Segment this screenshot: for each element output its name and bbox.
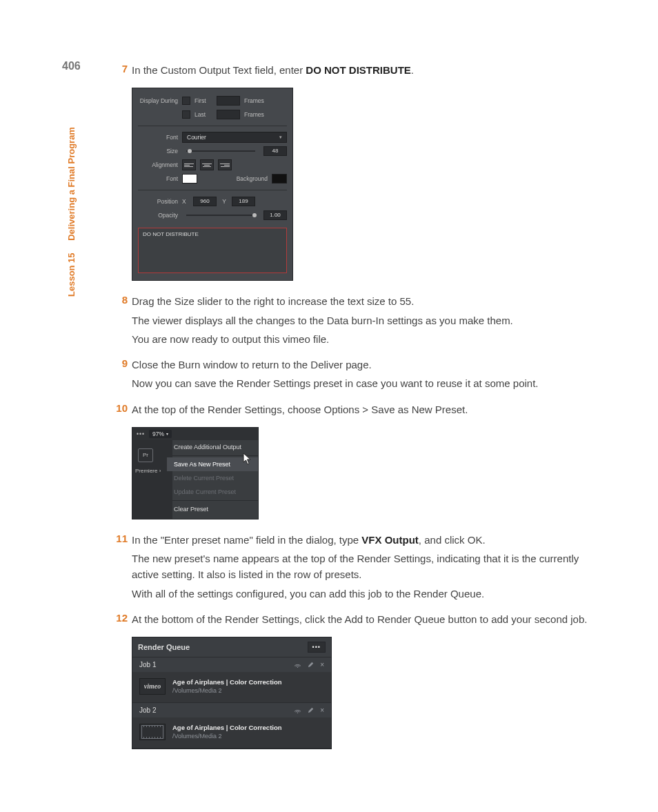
- last-label: Last: [195, 111, 212, 118]
- job-path: /Volumes/Media 2: [172, 732, 282, 741]
- frames-label: Frames: [244, 97, 264, 104]
- position-x-input[interactable]: 960: [193, 197, 217, 206]
- opacity-slider[interactable]: [186, 215, 255, 216]
- step-text: The viewer displays all the changes to t…: [132, 313, 596, 328]
- step-12: 12 At the bottom of the Render Settings,…: [107, 611, 596, 630]
- last-frames-input[interactable]: [217, 110, 240, 119]
- lesson-number: Lesson 15: [66, 252, 77, 297]
- font-color-label: Font: [138, 175, 178, 182]
- job-thumbnail: [139, 724, 166, 740]
- step-9: 9 Close the Burn window to return to the…: [107, 357, 596, 395]
- menu-update-current-preset: Update Current Preset: [167, 485, 258, 499]
- render-queue-options-button[interactable]: •••: [308, 642, 326, 653]
- first-label: First: [195, 97, 212, 104]
- page-number: 406: [62, 60, 81, 72]
- step-text: In the Custom Output Text field, enter D…: [132, 62, 596, 78]
- menu-create-additional-output[interactable]: Create Additional Output: [167, 440, 258, 454]
- custom-output-text-field[interactable]: DO NOT DISTRIBUTE: [138, 228, 287, 273]
- font-label: Font: [138, 134, 178, 141]
- chevron-down-icon: ▾: [279, 132, 282, 142]
- job-title: Age of Airplanes | Color Correction: [172, 677, 282, 686]
- options-menu-panel: ••• 97% ▾ Pr Premiere › Create Additiona…: [132, 427, 259, 519]
- svg-point-0: [297, 666, 298, 667]
- side-running-head: Lesson 15 Delivering a Final Program: [66, 127, 77, 297]
- background-color-swatch[interactable]: [272, 174, 287, 184]
- size-slider[interactable]: [186, 150, 255, 152]
- vimeo-logo: vimeo: [144, 682, 161, 690]
- job-thumbnail: vimeo: [139, 678, 166, 695]
- frames-label: Frames: [244, 111, 264, 118]
- step-number: 8: [107, 293, 128, 306]
- alignment-label: Alignment: [138, 161, 178, 168]
- cursor-icon: [243, 453, 252, 465]
- render-queue-title: Render Queue: [138, 643, 190, 651]
- step-text: Now you can save the Render Settings pre…: [132, 375, 596, 391]
- align-left-button[interactable]: [182, 159, 196, 170]
- align-right-button[interactable]: [218, 159, 232, 170]
- opacity-value[interactable]: 1.00: [263, 210, 287, 220]
- size-value[interactable]: 48: [263, 146, 287, 156]
- remove-job-button[interactable]: ×: [320, 661, 324, 669]
- menu-delete-current-preset: Delete Current Preset: [167, 471, 258, 485]
- remote-render-icon[interactable]: [294, 661, 301, 669]
- step-text: At the top of the Render Settings, choos…: [132, 402, 596, 417]
- options-dropdown-menu: Create Additional Output Save As New Pre…: [167, 440, 258, 516]
- first-frames-input[interactable]: [217, 96, 240, 106]
- font-dropdown[interactable]: Courier ▾: [182, 132, 287, 143]
- job-path: /Volumes/Media 2: [172, 686, 282, 695]
- step-text: At the bottom of the Render Settings, cl…: [132, 611, 596, 627]
- menu-clear-preset[interactable]: Clear Preset: [167, 502, 258, 516]
- film-clip-icon: [141, 725, 163, 739]
- render-queue-job: Job 1 × vimeo Age of Airplanes | Color C…: [132, 657, 331, 703]
- step-number: 9: [107, 357, 128, 369]
- step-number: 12: [107, 611, 128, 624]
- step-text: In the "Enter preset name" field in the …: [132, 532, 596, 548]
- display-last-checkbox[interactable]: [182, 110, 190, 119]
- job-label: Job 1: [139, 661, 156, 669]
- remote-render-icon[interactable]: [294, 706, 301, 714]
- font-color-swatch[interactable]: [182, 174, 197, 184]
- burn-in-settings-panel: Display During First Frames Last Frames …: [132, 88, 293, 281]
- display-during-label: Display During: [138, 97, 178, 104]
- step-7: 7 In the Custom Output Text field, enter…: [107, 62, 596, 81]
- step-text: Drag the Size slider to the right to inc…: [132, 293, 596, 309]
- opacity-label: Opacity: [138, 212, 178, 219]
- display-first-checkbox[interactable]: [182, 97, 190, 105]
- svg-point-1: [297, 712, 298, 713]
- premiere-label: Premiere ›: [135, 468, 170, 474]
- premiere-preset-icon: Pr: [138, 448, 153, 462]
- step-text: You are now ready to output this vimeo f…: [132, 331, 596, 347]
- step-text: The new preset's name appears at the top…: [132, 551, 596, 583]
- position-label: Position: [138, 198, 178, 205]
- zoom-dropdown[interactable]: 97% ▾: [149, 430, 172, 438]
- render-queue-job: Job 2 × Age of Airplanes | Color Correct: [132, 703, 331, 749]
- step-text: Close the Burn window to return to the D…: [132, 357, 596, 373]
- step-11: 11 In the "Enter preset name" field in t…: [107, 532, 596, 604]
- x-label: X: [182, 198, 189, 205]
- remove-job-button[interactable]: ×: [320, 706, 324, 714]
- step-number: 11: [107, 532, 128, 544]
- render-queue-panel: Render Queue ••• Job 1 × vime: [132, 637, 332, 749]
- edit-job-icon[interactable]: [307, 706, 315, 714]
- job-title: Age of Airplanes | Color Correction: [172, 723, 282, 732]
- edit-job-icon[interactable]: [307, 661, 315, 669]
- step-10: 10 At the top of the Render Settings, ch…: [107, 402, 596, 420]
- size-label: Size: [138, 148, 178, 155]
- step-text: With all of the settings configured, you…: [132, 586, 596, 602]
- step-8: 8 Drag the Size slider to the right to i…: [107, 293, 596, 350]
- step-number: 10: [107, 402, 128, 414]
- position-y-input[interactable]: 189: [232, 197, 255, 206]
- align-center-button[interactable]: [200, 159, 214, 170]
- chevron-down-icon: ▾: [166, 431, 168, 436]
- y-label: Y: [221, 198, 228, 205]
- step-number: 7: [107, 62, 128, 75]
- lesson-title: Delivering a Final Program: [66, 127, 77, 241]
- background-label: Background: [237, 175, 268, 182]
- more-icon[interactable]: •••: [137, 430, 145, 437]
- job-label: Job 2: [139, 706, 156, 714]
